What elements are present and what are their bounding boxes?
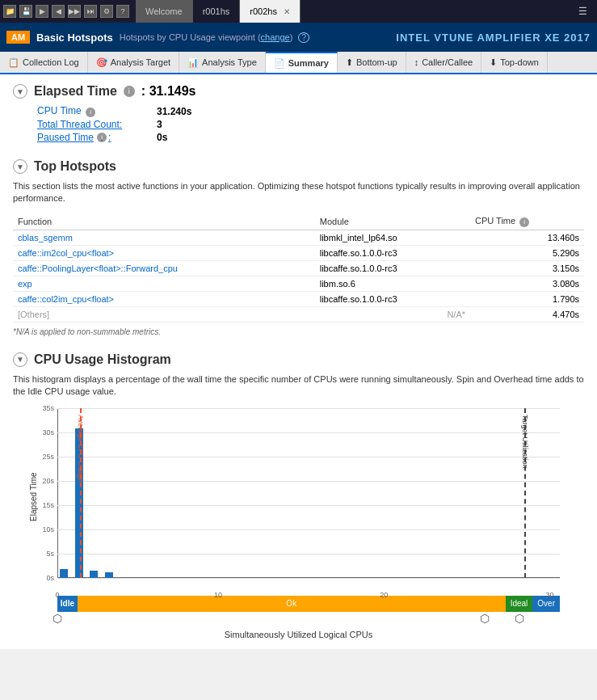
- cpu-time-cell: 3.080s: [470, 276, 584, 291]
- nav-tabs: 📋 Collection Log 🎯 Analysis Target 📊 Ana…: [0, 52, 597, 74]
- histogram-bar: [105, 572, 113, 577]
- paused-time-label: Paused Time i:: [37, 132, 150, 143]
- product-title: Basic Hotspots: [36, 32, 113, 44]
- y-tick-label: 35s: [42, 404, 54, 412]
- options-icon[interactable]: ⚙: [100, 5, 113, 18]
- module-cell: libm.so.6: [315, 276, 470, 291]
- elapsed-info-icon[interactable]: i: [124, 86, 135, 97]
- hotspots-footnote: *N/A is applied to non-summable metrics.: [13, 327, 584, 336]
- function-link[interactable]: exp: [18, 279, 32, 289]
- histogram-title: CPU Usage Histogram: [34, 352, 171, 367]
- back-icon[interactable]: ◀: [52, 5, 65, 18]
- ok-bar: Ok: [78, 596, 506, 612]
- step-icon[interactable]: ⏭: [84, 5, 97, 18]
- histogram-section: ▼ CPU Usage Histogram This histogram dis…: [13, 352, 584, 639]
- y-tick-label: 20s: [42, 477, 54, 485]
- menu-hamburger[interactable]: ☰: [572, 0, 594, 23]
- module-cell: libcaffe.so.1.0.0-rc3: [315, 245, 470, 260]
- elapsed-toggle[interactable]: ▼: [13, 84, 27, 99]
- function-link[interactable]: cblas_sgemm: [18, 233, 73, 242]
- tab-caller-callee[interactable]: ↕ Caller/Callee: [406, 52, 481, 73]
- cpu-time-cell: 5.290s: [470, 245, 584, 260]
- collection-log-icon: 📋: [8, 57, 19, 68]
- help-icon[interactable]: ?: [116, 5, 129, 18]
- y-axis-label: Elapsed Time: [29, 481, 38, 521]
- cpu-time-col-icon[interactable]: i: [519, 217, 529, 227]
- product-brand: INTEL VTUNE AMPLIFIER XE 2017: [396, 32, 591, 44]
- x-tick-label: 20: [380, 591, 388, 599]
- y-tick-label: 5s: [46, 550, 54, 558]
- col-function: Function: [13, 213, 315, 230]
- table-row: [Others]N/A*4.470s: [13, 306, 584, 322]
- play-icon[interactable]: ▶▶: [68, 5, 81, 18]
- col-module: Module: [315, 213, 470, 230]
- y-tick-label: 10s: [42, 525, 54, 533]
- tab-r002hs[interactable]: r002hs ✕: [240, 0, 301, 23]
- y-tick-label: 0s: [46, 574, 54, 582]
- close-icon[interactable]: ✕: [284, 7, 290, 16]
- cpu-time-info-icon[interactable]: i: [86, 108, 95, 117]
- tab-collection-log[interactable]: 📋 Collection Log: [0, 52, 88, 73]
- bottom-up-label: Bottom-up: [356, 57, 397, 67]
- total-thread-value: 3: [157, 119, 162, 130]
- y-tick-label: 30s: [42, 428, 54, 436]
- tab-analysis-target[interactable]: 🎯 Analysis Target: [88, 52, 179, 73]
- tab-bottom-up[interactable]: ⬆ Bottom-up: [338, 52, 406, 73]
- function-link[interactable]: caffe::im2col_cpu<float>: [18, 248, 114, 258]
- y-gridline: [57, 578, 560, 579]
- tab-r002hs-label: r002hs: [250, 6, 277, 16]
- module-cell: libcaffe.so.1.0.0-rc3: [315, 291, 470, 306]
- paused-time-value: 0s: [157, 132, 167, 143]
- collection-log-label: Collection Log: [23, 57, 79, 67]
- change-link[interactable]: change: [261, 32, 290, 42]
- cpu-time-value: 31.240s: [157, 106, 191, 117]
- cpu-time-cell: 1.790s: [470, 291, 584, 306]
- histogram-toggle[interactable]: ▼: [13, 352, 27, 367]
- toolbar-icons: 📁 💾 ▶ ◀ ▶▶ ⏭ ⚙ ?: [3, 5, 129, 18]
- function-link[interactable]: caffe::PoolingLayer<float>::Forward_cpu: [18, 264, 178, 273]
- caller-callee-icon: ↕: [414, 57, 419, 67]
- histogram-description: This histogram displays a percentage of …: [13, 373, 584, 398]
- cpu-time-cell: 13.460s: [470, 230, 584, 245]
- subtitle-help-icon[interactable]: ?: [298, 32, 309, 43]
- table-header-row: Function Module CPU Time i: [13, 213, 584, 230]
- top-down-icon: ⬇: [490, 57, 497, 68]
- tab-welcome[interactable]: Welcome: [136, 0, 193, 23]
- title-bar: 📁 💾 ▶ ◀ ▶▶ ⏭ ⚙ ? Welcome r001hs r002hs ✕…: [0, 0, 597, 23]
- function-link[interactable]: caffe::col2im_cpu<float>: [18, 294, 114, 304]
- total-thread-label[interactable]: Total Thread Count:: [37, 119, 150, 130]
- hotspots-table: Function Module CPU Time i cblas_sgemmli…: [13, 213, 584, 323]
- top-down-label: Top-down: [500, 57, 539, 67]
- summary-icon: 📄: [274, 58, 285, 69]
- save-icon[interactable]: 💾: [19, 5, 32, 18]
- tab-welcome-label: Welcome: [145, 6, 183, 16]
- marker-left: ⬡: [53, 612, 62, 625]
- cpu-time-link[interactable]: CPU Time i: [37, 105, 150, 117]
- table-row: caffe::col2im_cpu<float>libcaffe.so.1.0.…: [13, 291, 584, 306]
- paused-time-info-icon[interactable]: i: [97, 133, 107, 142]
- paused-time-row: Paused Time i: 0s: [37, 132, 584, 143]
- tab-analysis-type[interactable]: 📊 Analysis Type: [179, 52, 266, 73]
- forward-icon[interactable]: ▶: [36, 5, 48, 18]
- histogram-chart-area: 0s5s10s15s20s25s30s35s Average CPU Usage…: [57, 408, 560, 594]
- x-tick-label: 30: [546, 591, 554, 599]
- caller-callee-label: Caller/Callee: [422, 57, 473, 67]
- tab-summary[interactable]: 📄 Summary: [266, 52, 338, 73]
- analysis-type-label: Analysis Type: [202, 57, 257, 67]
- hotspots-toggle[interactable]: ▼: [13, 159, 27, 174]
- product-header: AM Basic Hotspots Hotspots by CPU Usage …: [0, 23, 597, 52]
- folder-icon[interactable]: 📁: [3, 5, 16, 18]
- ideal-bar: Ideal: [506, 596, 533, 612]
- hotspots-description: This section lists the most active funct…: [13, 180, 584, 205]
- bottom-up-icon: ⬆: [346, 57, 353, 68]
- others-row-function: [Others]: [13, 306, 315, 322]
- tab-r001hs[interactable]: r001hs: [193, 0, 241, 23]
- file-tabs: Welcome r001hs r002hs ✕ ☰: [136, 0, 594, 23]
- module-cell: N/A*: [315, 306, 470, 322]
- histogram-wrapper: Elapsed Time Average CPU Usage 0s5s10s15…: [13, 408, 584, 594]
- x-tick-label: 0: [55, 591, 59, 599]
- tab-top-down[interactable]: ⬇ Top-down: [481, 52, 548, 73]
- x-tick-label: 10: [214, 591, 222, 599]
- tab-r001hs-label: r001hs: [203, 6, 230, 16]
- top-hotspots-section: ▼ Top Hotspots This section lists the mo…: [13, 159, 584, 336]
